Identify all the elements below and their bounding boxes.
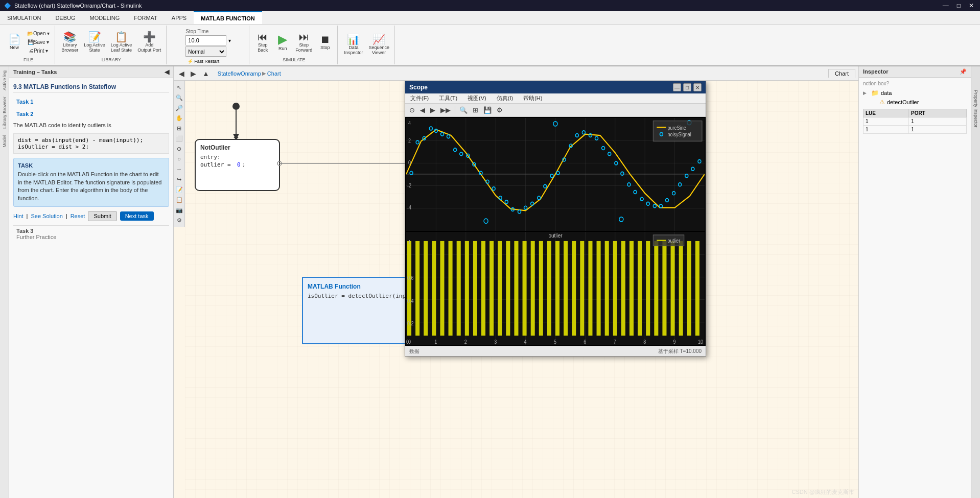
step-forward-button[interactable]: ⏭ StepForward xyxy=(293,31,314,54)
scope-menu-help[interactable]: 帮助(H) xyxy=(521,94,544,102)
tree-expand-data: ▶ xyxy=(863,90,869,96)
svg-rect-93 xyxy=(440,241,444,336)
panel-collapse-icon[interactable]: ◀ xyxy=(165,68,169,76)
task-2-item[interactable]: Task 2 xyxy=(13,109,169,118)
add-output-port-button[interactable]: ➕ AddOutput Port xyxy=(135,31,163,54)
next-task-button[interactable]: Next task xyxy=(120,211,154,221)
tool-history[interactable]: ⊙ xyxy=(175,144,184,153)
tab-apps[interactable]: APPS xyxy=(165,11,194,24)
close-button[interactable]: ✕ xyxy=(967,2,976,9)
save-button[interactable]: 💾 Save ▾ xyxy=(25,38,52,46)
not-outlier-code: outlier = xyxy=(200,161,231,168)
scope-tool-save[interactable]: 💾 xyxy=(481,105,494,115)
scope-tool-run[interactable]: ▶ xyxy=(428,105,437,115)
sidebar-item-active-leg[interactable]: Active leg xyxy=(1,68,8,92)
svg-rect-121 xyxy=(671,241,675,336)
submit-button[interactable]: Submit xyxy=(88,211,116,221)
tool-settings[interactable]: ⚙ xyxy=(175,216,184,225)
tab-modeling[interactable]: MODELING xyxy=(83,11,127,24)
scope-close[interactable]: ✕ xyxy=(693,83,702,91)
svg-text:6: 6 xyxy=(584,339,586,345)
tab-matlab-function[interactable]: MATLAB FUNCTION xyxy=(194,11,262,24)
tree-item-data[interactable]: ▶ 📁 data xyxy=(863,88,967,98)
task-1-item[interactable]: Task 1 xyxy=(13,97,169,106)
stop-time-input[interactable] xyxy=(185,35,226,45)
tool-select[interactable]: ↖ xyxy=(175,83,184,92)
svg-rect-122 xyxy=(679,241,683,336)
tool-zoom-in[interactable]: 🔍 xyxy=(175,93,184,102)
tool-junction[interactable]: ○ xyxy=(175,154,184,163)
tool-zoom-out[interactable]: 🔎 xyxy=(175,103,184,112)
nav-up-button[interactable]: ▲ xyxy=(200,68,212,79)
scope-tool-1[interactable]: ⊙ xyxy=(407,105,417,115)
see-solution-link[interactable]: See Solution xyxy=(31,213,62,219)
svg-rect-112 xyxy=(597,241,601,336)
stop-button[interactable]: ⏹ Stop xyxy=(316,33,334,51)
nav-back-button[interactable]: ◀ xyxy=(177,68,186,79)
review-buttons: 📊 DataInspector 📈 SequenceViewer xyxy=(342,27,391,62)
hint-link[interactable]: Hint xyxy=(13,213,24,219)
new-button[interactable]: 📄 New xyxy=(5,33,24,51)
tool-paste[interactable]: 📋 xyxy=(175,195,184,204)
svg-text:-2: -2 xyxy=(407,182,411,188)
scope-tool-2[interactable]: ◀ xyxy=(418,105,427,115)
scope-tool-autoscale[interactable]: ⊞ xyxy=(471,105,480,115)
property-inspector-tab[interactable]: Property Inspector xyxy=(972,87,979,131)
tool-pan[interactable]: ✋ xyxy=(175,113,184,123)
sidebar-item-model[interactable]: Model xyxy=(1,133,8,150)
scope-tool-zoom[interactable]: 🔍 xyxy=(457,105,470,115)
run-button[interactable]: ▶ Run xyxy=(273,32,292,52)
chart-tab[interactable]: Chart xyxy=(828,69,855,78)
maximize-button[interactable]: □ xyxy=(955,2,963,9)
tool-screenshot[interactable]: 📷 xyxy=(175,205,184,215)
inspector-pin-icon[interactable]: 📌 xyxy=(960,68,967,75)
library-browser-icon: 📚 xyxy=(63,32,76,42)
svg-rect-108 xyxy=(564,241,568,336)
nav-forward-button[interactable]: ▶ xyxy=(189,68,198,79)
stop-icon: ⏹ xyxy=(320,34,330,44)
cell-port-2: 1 xyxy=(909,126,967,134)
inspector-label: Inspector xyxy=(863,68,889,75)
tool-note[interactable]: 📝 xyxy=(175,185,184,194)
reset-link[interactable]: Reset xyxy=(71,213,85,219)
tool-zoom-fit[interactable]: ⊞ xyxy=(175,124,184,133)
log-active-state-button[interactable]: 📝 Log ActiveState xyxy=(82,31,107,54)
fast-restart-button[interactable]: ⚡ Fast Restart xyxy=(185,58,221,65)
tab-format[interactable]: FORMAT xyxy=(127,11,165,24)
print-icon: 🖨 xyxy=(29,48,34,54)
breadcrumb-chart[interactable]: Chart xyxy=(267,70,281,77)
tree-item-detect-outlier[interactable]: ⚠ detectOutlier xyxy=(863,98,967,107)
scope-menu-view[interactable]: 视图(V) xyxy=(465,94,488,102)
log-active-leaf-button[interactable]: 📋 Log ActiveLeaf State xyxy=(109,31,134,54)
sidebar-item-library-browser[interactable]: Library Browser xyxy=(1,94,8,131)
svg-rect-99 xyxy=(489,241,494,336)
breadcrumb-stateflow[interactable]: StateflowOnramp xyxy=(218,70,261,77)
not-outlier-entry: entry: xyxy=(200,154,221,160)
tool-default[interactable]: ↪ xyxy=(175,175,184,184)
step-back-button[interactable]: ⏮ StepBack xyxy=(253,31,272,54)
data-inspector-button[interactable]: 📊 DataInspector xyxy=(342,33,365,56)
main-area: Active leg Library Browser Model Trainin… xyxy=(0,66,980,498)
print-button[interactable]: 🖨 Print ▾ xyxy=(25,47,52,55)
svg-text:7: 7 xyxy=(614,339,616,345)
minimize-button[interactable]: — xyxy=(941,2,951,9)
svg-rect-111 xyxy=(588,241,592,336)
tool-transition[interactable]: → xyxy=(175,164,184,174)
tab-simulation[interactable]: SIMULATION xyxy=(0,11,48,24)
scope-tool-step[interactable]: ▶▶ xyxy=(438,105,453,115)
scope-menu-file[interactable]: 文件(F) xyxy=(408,94,431,102)
scope-maximize[interactable]: □ xyxy=(683,83,691,91)
right-panel-header: Inspector 📌 xyxy=(859,66,971,78)
normal-select[interactable]: Normal Accelerator Rapid Accelerator xyxy=(185,46,226,57)
tab-debug[interactable]: DEBUG xyxy=(48,11,82,24)
ribbon-toolbar: 📄 New 📂 Open ▾ 💾 Save ▾ 🖨 Print ▾ FILE xyxy=(0,25,980,66)
scope-menu-tools[interactable]: 工具(T) xyxy=(437,94,459,102)
scope-menu-sim[interactable]: 仿真(I) xyxy=(495,94,515,102)
scope-tool-settings[interactable]: ⚙ xyxy=(495,105,505,115)
library-browser-button[interactable]: 📚 LibraryBrowser xyxy=(59,31,80,54)
sequence-viewer-button[interactable]: 📈 SequenceViewer xyxy=(366,33,391,56)
stop-time-dropdown-icon[interactable]: ▾ xyxy=(228,38,231,43)
tool-state[interactable]: ⬜ xyxy=(175,134,184,143)
open-button[interactable]: 📂 Open ▾ xyxy=(25,30,52,37)
scope-minimize[interactable]: — xyxy=(673,83,681,91)
